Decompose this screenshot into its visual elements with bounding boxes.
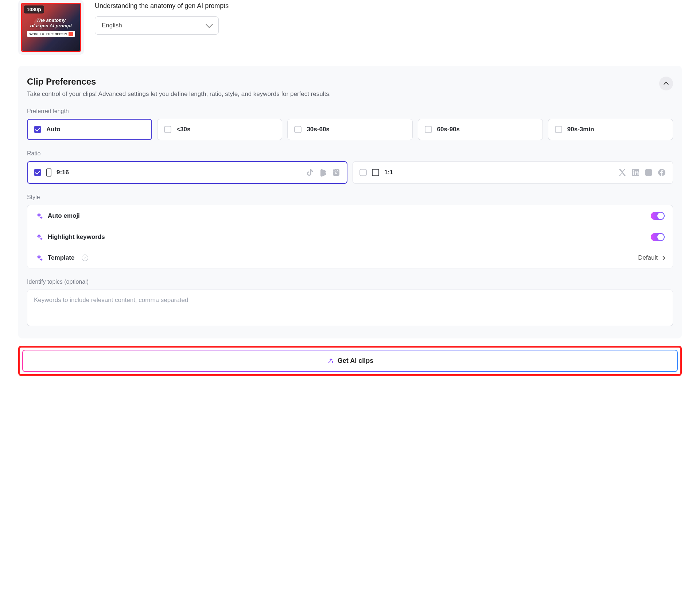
length-option-60-90[interactable]: 60s-90s bbox=[418, 119, 543, 140]
svg-point-5 bbox=[647, 171, 650, 174]
style-row-template: Template i Default bbox=[27, 248, 673, 268]
square-ratio-icon bbox=[372, 169, 379, 176]
highlight-keywords-toggle[interactable] bbox=[651, 233, 665, 241]
clip-preferences-card: Clip Preferences Take control of your cl… bbox=[18, 66, 682, 338]
svg-point-3 bbox=[633, 170, 634, 171]
checkbox-icon bbox=[555, 126, 562, 133]
length-option-90-3m[interactable]: 90s-3min bbox=[548, 119, 673, 140]
resolution-badge: 1080p bbox=[24, 5, 44, 13]
x-twitter-icon bbox=[618, 168, 627, 177]
template-select[interactable]: Default bbox=[638, 254, 665, 261]
length-option-30-60[interactable]: 30s-60s bbox=[287, 119, 412, 140]
length-option-label: Auto bbox=[46, 126, 61, 133]
style-options: Auto emoji Highlight keywords Template i… bbox=[27, 205, 673, 268]
ratio-option-1-1[interactable]: 1:1 bbox=[353, 161, 673, 184]
preferred-length-label: Preferred length bbox=[27, 108, 673, 115]
video-thumbnail[interactable]: 1080p The anatomy of a gen AI prompt WHA… bbox=[21, 3, 81, 52]
magic-wand-icon bbox=[327, 357, 334, 365]
checkbox-icon bbox=[359, 169, 367, 176]
checkbox-checked-icon bbox=[34, 169, 41, 176]
clip-preferences-heading: Clip Preferences bbox=[27, 77, 331, 87]
style-row-auto-emoji: Auto emoji bbox=[27, 205, 673, 226]
length-option-label: 30s-60s bbox=[307, 126, 329, 133]
length-option-label: 60s-90s bbox=[437, 126, 460, 133]
svg-rect-0 bbox=[333, 169, 339, 176]
info-icon[interactable]: i bbox=[82, 255, 88, 261]
checkbox-icon bbox=[294, 126, 302, 133]
identify-topics-label: Identify topics (optional) bbox=[27, 279, 673, 285]
cta-highlight-wrapper: Get AI clips bbox=[18, 346, 682, 376]
video-thumbnail-panel: 1080p The anatomy of a gen AI prompt WHA… bbox=[18, 0, 84, 55]
length-option-label: 90s-3min bbox=[567, 126, 594, 133]
topics-input[interactable] bbox=[27, 290, 673, 326]
ratio-option-label: 9:16 bbox=[57, 169, 69, 176]
portrait-ratio-icon bbox=[46, 168, 51, 177]
linkedin-icon bbox=[631, 168, 640, 177]
language-selected-value: English bbox=[102, 22, 122, 29]
cta-label: Get AI clips bbox=[338, 357, 373, 365]
collapse-button[interactable] bbox=[659, 77, 673, 90]
chevron-down-icon bbox=[206, 21, 213, 28]
checkbox-icon bbox=[425, 126, 432, 133]
ratio-option-label: 1:1 bbox=[384, 169, 393, 176]
sparkle-icon bbox=[35, 233, 43, 241]
sparkle-icon bbox=[35, 254, 43, 261]
style-label-highlight-keywords: Highlight keywords bbox=[48, 233, 105, 241]
svg-rect-2 bbox=[633, 171, 634, 175]
auto-emoji-toggle[interactable] bbox=[651, 212, 665, 220]
ratio-options: 9:16 1:1 bbox=[27, 161, 673, 184]
length-option-label: <30s bbox=[176, 126, 190, 133]
facebook-icon bbox=[657, 168, 666, 177]
style-section-label: Style bbox=[27, 194, 673, 201]
checkbox-checked-icon bbox=[34, 126, 41, 133]
template-value: Default bbox=[638, 254, 658, 261]
tiktok-icon bbox=[306, 168, 314, 177]
checkbox-icon bbox=[164, 126, 171, 133]
instagram-icon bbox=[644, 168, 653, 177]
length-option-auto[interactable]: Auto bbox=[27, 119, 152, 140]
get-ai-clips-button[interactable]: Get AI clips bbox=[22, 350, 678, 372]
reels-icon bbox=[332, 168, 341, 177]
language-select[interactable]: English bbox=[95, 16, 219, 35]
ratio-option-9-16[interactable]: 9:16 bbox=[27, 161, 347, 184]
length-option-lt30[interactable]: <30s bbox=[157, 119, 282, 140]
style-row-highlight-keywords: Highlight keywords bbox=[27, 226, 673, 248]
shorts-icon bbox=[319, 168, 327, 177]
ratio-label: Ratio bbox=[27, 150, 673, 157]
clip-preferences-subheading: Take control of your clips! Advanced set… bbox=[27, 90, 331, 98]
svg-point-6 bbox=[650, 170, 651, 171]
preferred-length-options: Auto <30s 30s-60s 60s-90s 90s-3min bbox=[27, 119, 673, 140]
sparkle-icon bbox=[35, 212, 43, 220]
style-label-auto-emoji: Auto emoji bbox=[48, 212, 80, 220]
chevron-up-icon bbox=[664, 82, 669, 87]
style-label-template: Template bbox=[48, 254, 74, 261]
chevron-right-icon bbox=[661, 256, 665, 260]
video-title: Understanding the anatomy of gen AI prom… bbox=[95, 2, 682, 10]
